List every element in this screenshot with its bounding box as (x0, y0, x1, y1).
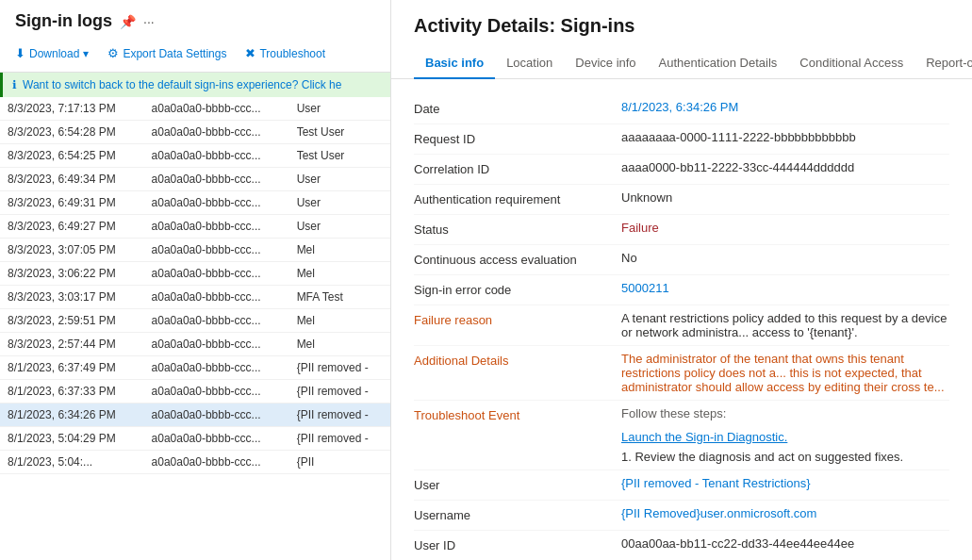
row-id: a0a0a0a0-bbbb-ccc... (144, 356, 289, 380)
row-date: 8/1/2023, 6:34:26 PM (0, 404, 144, 427)
table-row[interactable]: 8/3/2023, 6:49:34 PM a0a0a0a0-bbbb-ccc..… (0, 168, 390, 191)
row-user: {PII removed - (289, 380, 390, 404)
table-row[interactable]: 8/3/2023, 6:54:28 PM a0a0a0a0-bbbb-ccc..… (0, 121, 390, 144)
toolbar: ⬇ Download ▾ ⚙ Export Data Settings ✖ Tr… (0, 39, 390, 73)
row-user: User (289, 191, 390, 215)
field-username: Username {PII Removed}user.onmicrosoft.c… (414, 501, 949, 531)
request-id-label: Request ID (414, 130, 621, 146)
user-label: User (414, 476, 621, 492)
username-value: {PII Removed}user.onmicrosoft.com (621, 506, 949, 520)
launch-diagnostic-link[interactable]: Launch the Sign-in Diagnostic. (621, 430, 949, 444)
user-value: {PII removed - Tenant Restrictions} (621, 476, 949, 490)
log-table: 8/3/2023, 7:17:13 PM a0a0a0a0-bbbb-ccc..… (0, 97, 390, 474)
tab-conditional-access[interactable]: Conditional Access (788, 48, 914, 79)
more-icon[interactable]: ··· (143, 14, 155, 29)
troubleshoot-icon: ✖ (245, 46, 255, 60)
correlation-id-value: aaaa0000-bb11-2222-33cc-444444dddddd (621, 160, 949, 174)
table-row[interactable]: 8/3/2023, 3:07:05 PM a0a0a0a0-bbbb-ccc..… (0, 239, 390, 262)
error-code-value: 5000211 (621, 281, 949, 295)
table-row[interactable]: 8/3/2023, 2:59:51 PM a0a0a0a0-bbbb-ccc..… (0, 309, 390, 333)
row-id: a0a0a0a0-bbbb-ccc... (144, 451, 289, 474)
status-value: Failure (621, 221, 949, 235)
export-button[interactable]: ⚙ Export Data Settings (100, 42, 234, 64)
field-error-code: Sign-in error code 5000211 (414, 275, 949, 305)
table-row[interactable]: 8/1/2023, 5:04:29 PM a0a0a0a0-bbbb-ccc..… (0, 427, 390, 451)
field-date: Date 8/1/2023, 6:34:26 PM (414, 94, 949, 124)
troubleshoot-button[interactable]: ✖ Troubleshoot (238, 42, 333, 64)
row-id: a0a0a0a0-bbbb-ccc... (144, 309, 289, 333)
row-date: 8/3/2023, 6:54:25 PM (0, 144, 144, 168)
table-row[interactable]: 8/3/2023, 6:54:25 PM a0a0a0a0-bbbb-ccc..… (0, 144, 390, 168)
row-user: User (289, 97, 390, 121)
table-row[interactable]: 8/1/2023, 5:04:... a0a0a0a0-bbbb-ccc... … (0, 451, 390, 474)
row-date: 8/3/2023, 7:17:13 PM (0, 97, 144, 121)
tab-device-info[interactable]: Device info (564, 48, 647, 79)
table-row[interactable]: 8/1/2023, 6:37:49 PM a0a0a0a0-bbbb-ccc..… (0, 356, 390, 380)
table-row[interactable]: 8/3/2023, 7:17:13 PM a0a0a0a0-bbbb-ccc..… (0, 97, 390, 121)
row-id: a0a0a0a0-bbbb-ccc... (144, 168, 289, 191)
row-user: {PII (289, 451, 390, 474)
row-user: Test User (289, 144, 390, 168)
row-id: a0a0a0a0-bbbb-ccc... (144, 333, 289, 356)
tab-report-only[interactable]: Report-only (914, 48, 972, 79)
row-id: a0a0a0a0-bbbb-ccc... (144, 380, 289, 404)
field-additional-details: Additional Details The administrator of … (414, 346, 949, 401)
table-row[interactable]: 8/3/2023, 2:57:44 PM a0a0a0a0-bbbb-ccc..… (0, 333, 390, 356)
download-button[interactable]: ⬇ Download ▾ (8, 42, 96, 64)
right-panel: Activity Details: Sign-ins Basic info Lo… (391, 0, 972, 560)
cae-value: No (621, 251, 949, 265)
field-user-id: User ID 00aa00aa-bb11-cc22-dd33-44ee44ee… (414, 531, 949, 560)
row-date: 8/3/2023, 3:03:17 PM (0, 286, 144, 309)
pin-icon[interactable]: 📌 (120, 14, 136, 29)
row-date: 8/3/2023, 6:49:31 PM (0, 191, 144, 215)
row-id: a0a0a0a0-bbbb-ccc... (144, 191, 289, 215)
panel-header: Sign-in logs 📌 ··· (0, 0, 390, 39)
additional-details-label: Additional Details (414, 352, 621, 368)
row-user: {PII removed - (289, 404, 390, 427)
row-user: Mel (289, 333, 390, 356)
username-label: Username (414, 506, 621, 522)
auth-req-label: Authentication requirement (414, 190, 621, 206)
field-auth-requirement: Authentication requirement Unknown (414, 185, 949, 215)
failure-reason-value: A tenant restrictions policy added to th… (621, 311, 949, 339)
table-row[interactable]: 8/3/2023, 3:03:17 PM a0a0a0a0-bbbb-ccc..… (0, 286, 390, 309)
field-status: Status Failure (414, 215, 949, 245)
follow-steps-text: Follow these steps: (621, 406, 949, 420)
request-id-value: aaaaaaaa-0000-1111-2222-bbbbbbbbbbbb (621, 130, 949, 144)
download-chevron-icon: ▾ (83, 47, 89, 60)
tab-auth-details[interactable]: Authentication Details (648, 48, 789, 79)
table-row[interactable]: 8/1/2023, 6:34:26 PM a0a0a0a0-bbbb-ccc..… (0, 404, 390, 427)
troubleshoot-value: Follow these steps: Launch the Sign-in D… (621, 406, 949, 464)
row-user: {PII removed - (289, 427, 390, 451)
download-icon: ⬇ (15, 46, 25, 60)
review-step-text: 1. Review the diagnosis and act on sugge… (621, 450, 949, 464)
detail-content: Date 8/1/2023, 6:34:26 PM Request ID aaa… (391, 79, 972, 560)
row-date: 8/1/2023, 6:37:33 PM (0, 380, 144, 404)
table-row[interactable]: 8/3/2023, 6:49:31 PM a0a0a0a0-bbbb-ccc..… (0, 191, 390, 215)
row-id: a0a0a0a0-bbbb-ccc... (144, 215, 289, 239)
row-date: 8/3/2023, 6:54:28 PM (0, 121, 144, 144)
row-date: 8/1/2023, 6:37:49 PM (0, 356, 144, 380)
log-list[interactable]: 8/3/2023, 7:17:13 PM a0a0a0a0-bbbb-ccc..… (0, 97, 390, 560)
export-icon: ⚙ (107, 46, 119, 60)
row-id: a0a0a0a0-bbbb-ccc... (144, 97, 289, 121)
table-row[interactable]: 8/3/2023, 3:06:22 PM a0a0a0a0-bbbb-ccc..… (0, 262, 390, 286)
tab-basic-info[interactable]: Basic info (414, 48, 495, 79)
field-user: User {PII removed - Tenant Restrictions} (414, 470, 949, 501)
correlation-id-label: Correlation ID (414, 160, 621, 176)
row-user: {PII removed - (289, 356, 390, 380)
error-code-label: Sign-in error code (414, 281, 621, 297)
field-request-id: Request ID aaaaaaaa-0000-1111-2222-bbbbb… (414, 124, 949, 155)
row-id: a0a0a0a0-bbbb-ccc... (144, 427, 289, 451)
row-user: User (289, 215, 390, 239)
table-row[interactable]: 8/1/2023, 6:37:33 PM a0a0a0a0-bbbb-ccc..… (0, 380, 390, 404)
row-user: Test User (289, 121, 390, 144)
field-failure-reason: Failure reason A tenant restrictions pol… (414, 305, 949, 346)
row-user: Mel (289, 239, 390, 262)
info-icon: ℹ (12, 78, 17, 91)
info-banner[interactable]: ℹ Want to switch back to the default sig… (0, 73, 390, 97)
row-user: Mel (289, 262, 390, 286)
tab-location[interactable]: Location (495, 48, 564, 79)
table-row[interactable]: 8/3/2023, 6:49:27 PM a0a0a0a0-bbbb-ccc..… (0, 215, 390, 239)
cae-label: Continuous access evaluation (414, 251, 621, 267)
